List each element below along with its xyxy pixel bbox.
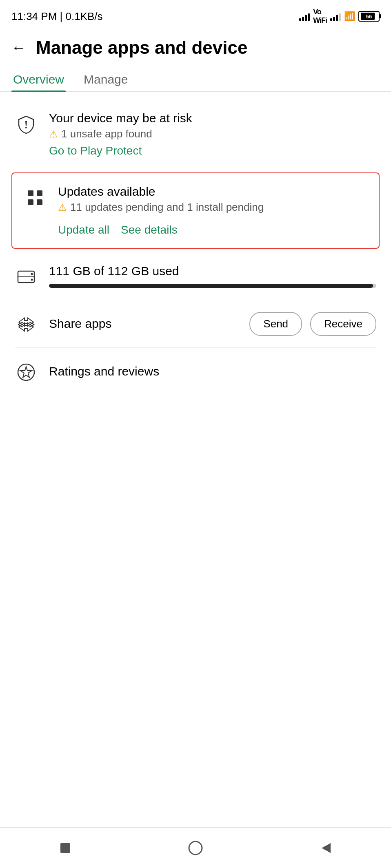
signal-bars-2	[330, 12, 341, 21]
signal-bars-1	[299, 12, 310, 21]
device-risk-content: Your device may be at risk ⚠ 1 unsafe ap…	[49, 111, 376, 157]
updates-warning-icon: ⚠	[58, 202, 67, 213]
device-risk-section: Your device may be at risk ⚠ 1 unsafe ap…	[0, 100, 391, 169]
svg-marker-0	[25, 121, 27, 126]
storage-section: 111 GB of 112 GB used	[0, 252, 391, 300]
storage-row: 111 GB of 112 GB used	[15, 264, 376, 288]
back-button[interactable]: ←	[11, 40, 26, 55]
nav-back-button[interactable]	[315, 837, 336, 859]
content: Your device may be at risk ⚠ 1 unsafe ap…	[0, 92, 391, 403]
bottom-nav	[0, 827, 391, 868]
share-content: Share apps Send Receive	[49, 312, 376, 336]
tab-overview[interactable]: Overview	[11, 66, 66, 91]
battery-level: 56	[366, 13, 372, 20]
update-all-link[interactable]: Update all	[58, 223, 109, 236]
svg-rect-16	[60, 843, 70, 853]
share-apps-section: Share apps Send Receive	[0, 300, 391, 347]
svg-rect-4	[28, 199, 33, 205]
device-risk-row: Your device may be at risk ⚠ 1 unsafe ap…	[15, 111, 376, 157]
divider-1	[15, 169, 376, 169]
storage-progress-fill	[49, 284, 373, 288]
nav-home-button[interactable]	[185, 837, 206, 859]
svg-rect-2	[28, 190, 33, 196]
storage-icon	[15, 265, 38, 288]
svg-point-17	[189, 841, 202, 855]
square-nav-icon	[57, 840, 73, 856]
receive-button[interactable]: Receive	[310, 312, 376, 336]
warning-icon: ⚠	[49, 128, 58, 140]
status-icons: VoWiFi 📶 56	[299, 8, 380, 25]
page-title: Manage apps and device	[36, 38, 247, 58]
send-button[interactable]: Send	[249, 312, 302, 336]
status-time: 11:34 PM | 0.1KB/s	[11, 10, 103, 23]
svg-rect-3	[37, 190, 42, 196]
updates-content: Updates available ⚠ 11 updates pending a…	[58, 185, 367, 236]
apps-grid-icon	[24, 186, 47, 209]
updates-subtitle: ⚠ 11 updates pending and 1 install pendi…	[58, 201, 367, 214]
wifi-icon: 📶	[344, 11, 355, 22]
vowifi-icon: VoWiFi	[313, 8, 327, 25]
storage-title: 111 GB of 112 GB used	[49, 264, 376, 278]
svg-marker-15	[20, 367, 32, 378]
circle-nav-icon	[187, 839, 204, 857]
share-row: Share apps Send Receive	[15, 311, 376, 336]
storage-progress-bar	[49, 284, 376, 288]
ratings-section: Ratings and reviews	[0, 348, 391, 395]
share-icon	[15, 313, 38, 336]
updates-section: Updates available ⚠ 11 updates pending a…	[11, 172, 380, 249]
header: ← Manage apps and device	[0, 29, 391, 66]
updates-title: Updates available	[58, 185, 367, 199]
device-risk-title: Your device may be at risk	[49, 111, 376, 125]
star-icon	[15, 361, 38, 384]
nav-recents-button[interactable]	[55, 837, 76, 859]
battery-icon: 56	[358, 11, 380, 22]
ratings-row: Ratings and reviews	[15, 359, 376, 384]
tab-manage[interactable]: Manage	[82, 66, 129, 91]
updates-row: Updates available ⚠ 11 updates pending a…	[24, 185, 367, 236]
shield-icon	[15, 113, 38, 136]
svg-marker-18	[322, 843, 331, 853]
see-details-link[interactable]: See details	[121, 223, 178, 236]
share-apps-title: Share apps	[49, 317, 111, 331]
svg-rect-5	[37, 199, 42, 205]
triangle-nav-icon	[318, 840, 334, 856]
tabs: Overview Manage	[0, 66, 391, 92]
svg-point-8	[31, 273, 33, 275]
updates-links: Update all See details	[58, 219, 367, 236]
status-bar: 11:34 PM | 0.1KB/s VoWiFi 📶 56	[0, 0, 391, 29]
ratings-title: Ratings and reviews	[49, 364, 159, 378]
share-buttons: Send Receive	[249, 312, 376, 336]
play-protect-link[interactable]: Go to Play Protect	[49, 144, 142, 157]
storage-content: 111 GB of 112 GB used	[49, 264, 376, 288]
svg-point-1	[25, 127, 27, 128]
svg-point-9	[31, 279, 33, 281]
device-risk-subtitle: ⚠ 1 unsafe app found	[49, 128, 376, 140]
